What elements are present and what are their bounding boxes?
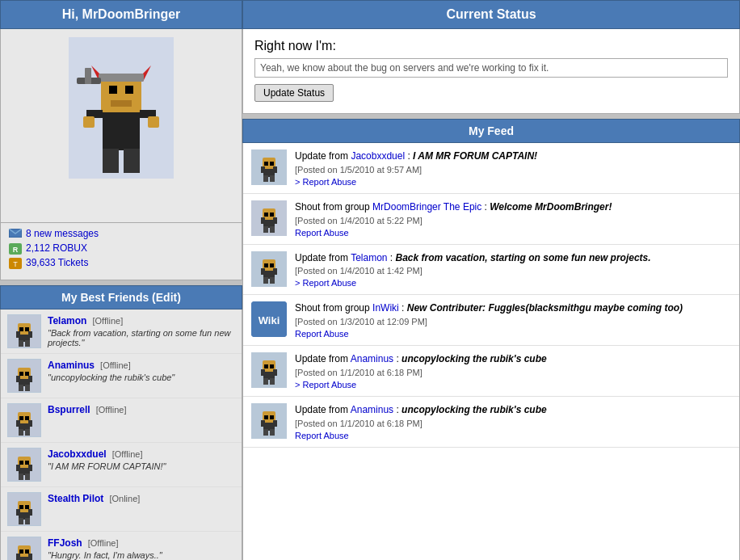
svg-rect-12 <box>85 68 91 84</box>
list-item: Telamon [Offline]"Back from vacation, st… <box>1 309 242 354</box>
svg-rect-42 <box>19 429 23 436</box>
svg-rect-113 <box>270 364 274 368</box>
tickets-link[interactable]: 39,633 Tickets <box>26 257 88 268</box>
svg-rect-75 <box>25 549 29 554</box>
update-status-button[interactable]: Update Status <box>254 84 334 102</box>
avatar <box>7 359 41 393</box>
feed-author-link[interactable]: Jacobxxduel <box>351 150 405 162</box>
friend-name[interactable]: Bspurrell <box>48 404 90 415</box>
svg-rect-34 <box>25 385 30 391</box>
svg-rect-36 <box>16 376 20 382</box>
feed-content: Update from Telamon : Back from vacation… <box>295 251 731 288</box>
svg-rect-60 <box>19 518 23 524</box>
status-input[interactable] <box>254 58 728 78</box>
feed-author-link[interactable]: Telamon <box>351 252 387 263</box>
avatar <box>7 314 41 348</box>
svg-rect-61 <box>25 518 30 524</box>
friend-name[interactable]: Jacobxxduel <box>48 448 107 460</box>
svg-rect-54 <box>16 465 20 471</box>
svg-rect-38 <box>19 372 23 376</box>
report-abuse-link[interactable]: > Report Abuse <box>295 380 731 389</box>
svg-rect-8 <box>109 86 117 94</box>
report-abuse-link[interactable]: Report Abuse <box>295 228 731 238</box>
feed-text: Update from Anaminus : uncopylocking the… <box>295 352 731 366</box>
friends-list: Telamon [Offline]"Back from vacation, st… <box>0 309 242 560</box>
report-abuse-link[interactable]: > Report Abuse <box>295 177 731 187</box>
svg-rect-87 <box>263 226 268 233</box>
robux-link[interactable]: 2,112 ROBUX <box>26 242 87 254</box>
friend-name[interactable]: Anaminus <box>48 360 95 371</box>
friend-info: Bspurrell [Offline] <box>48 403 235 415</box>
feed-separator: : <box>393 404 402 415</box>
avatar <box>251 149 287 185</box>
svg-rect-29 <box>19 327 23 331</box>
feed-prefix: Update from <box>295 404 351 415</box>
avatar <box>7 537 41 560</box>
left-panel: Hi, MrDoomBringer <box>0 0 242 560</box>
feed-author-link[interactable]: Anaminus <box>351 404 393 415</box>
avatar <box>7 403 41 437</box>
svg-rect-121 <box>264 415 268 419</box>
table-row: Update from Anaminus : uncopylocking the… <box>243 346 739 397</box>
avatar-section <box>0 29 242 223</box>
list-item: Anaminus [Offline]"uncopylocking the rub… <box>1 354 242 398</box>
friend-info: Anaminus [Offline]"uncopylocking the rub… <box>48 359 235 382</box>
list-item: FFJosh [Offline]"Hungry. In fact, I'm al… <box>1 532 242 560</box>
feed-prefix: Update from <box>295 252 351 263</box>
feed-date: [Posted on 1/4/2010 at 1:42 PM] <box>295 266 731 276</box>
feed-prefix: Shout from group <box>295 302 372 314</box>
feed-separator: : <box>399 302 407 314</box>
report-abuse-link[interactable]: > Report Abuse <box>295 278 731 288</box>
svg-rect-84 <box>270 162 274 166</box>
friend-info: FFJosh [Offline]"Hungry. In fact, I'm al… <box>48 537 235 560</box>
friend-name[interactable]: Stealth Pilot <box>48 493 103 504</box>
svg-rect-16 <box>148 116 159 128</box>
friends-header-label: My Best Friends (Edit) <box>61 291 181 304</box>
feed-author-link[interactable]: InWiki <box>372 302 399 314</box>
svg-rect-24 <box>19 340 23 347</box>
report-abuse-link[interactable]: Report Abuse <box>295 329 731 339</box>
friend-name[interactable]: FFJosh <box>48 537 82 549</box>
feed-message: Back from vacation, starting on some fun… <box>396 252 651 263</box>
avatar <box>251 403 287 439</box>
svg-rect-30 <box>25 327 29 331</box>
svg-rect-65 <box>19 505 23 509</box>
stats-section: 8 new messages R 2,112 ROBUX T <box>0 223 242 280</box>
svg-rect-3 <box>124 149 140 173</box>
feed-prefix: Update from <box>295 353 351 364</box>
friends-header: My Best Friends (Edit) <box>0 285 242 309</box>
feed-author-link[interactable]: MrDoomBringer The Epic <box>372 201 481 213</box>
svg-rect-27 <box>16 331 20 338</box>
svg-rect-45 <box>16 420 20 427</box>
svg-text:T: T <box>13 260 18 268</box>
friend-status: [Offline] <box>110 449 143 459</box>
table-row: WikiShout from group InWiki : New Contri… <box>243 295 739 346</box>
avatar <box>251 251 287 287</box>
tickets-stat: T 39,633 Tickets <box>9 257 233 268</box>
ticket-icon: T <box>9 258 22 267</box>
svg-rect-55 <box>28 465 32 471</box>
robux-icon: R <box>9 243 22 253</box>
friend-name[interactable]: Telamon <box>48 315 86 326</box>
feed-message: Welcome MrDoomBringer! <box>490 201 612 213</box>
robux-stat: R 2,112 ROBUX <box>9 242 233 254</box>
friend-quote: "Hungry. In fact, I'm always.." <box>48 550 235 560</box>
svg-rect-111 <box>273 369 277 376</box>
messages-link[interactable]: 8 new messages <box>26 228 99 239</box>
feed-date: [Posted on 1/1/2010 at 6:18 PM] <box>295 368 731 377</box>
feed-message: uncopylocking the rubik's cube <box>402 404 547 415</box>
report-abuse-link[interactable]: Report Abuse <box>295 431 731 440</box>
svg-rect-90 <box>261 217 265 224</box>
right-panel: Current Status Right now I'm: Update Sta… <box>242 0 740 560</box>
list-item: Jacobxxduel [Offline]"I AM MR FORUM CAPT… <box>1 443 242 487</box>
svg-rect-81 <box>261 166 265 173</box>
feed-date: [Posted on 1/1/2010 at 6:18 PM] <box>295 419 731 428</box>
friend-status: [Online] <box>107 494 140 503</box>
feed-author-link[interactable]: Anaminus <box>351 353 393 364</box>
svg-rect-93 <box>270 213 274 217</box>
feed-separator: : <box>405 150 413 162</box>
svg-rect-78 <box>263 175 268 182</box>
table-row: Update from Anaminus : uncopylocking the… <box>243 397 739 448</box>
friend-status: [Offline] <box>94 405 127 415</box>
svg-rect-112 <box>264 364 268 368</box>
